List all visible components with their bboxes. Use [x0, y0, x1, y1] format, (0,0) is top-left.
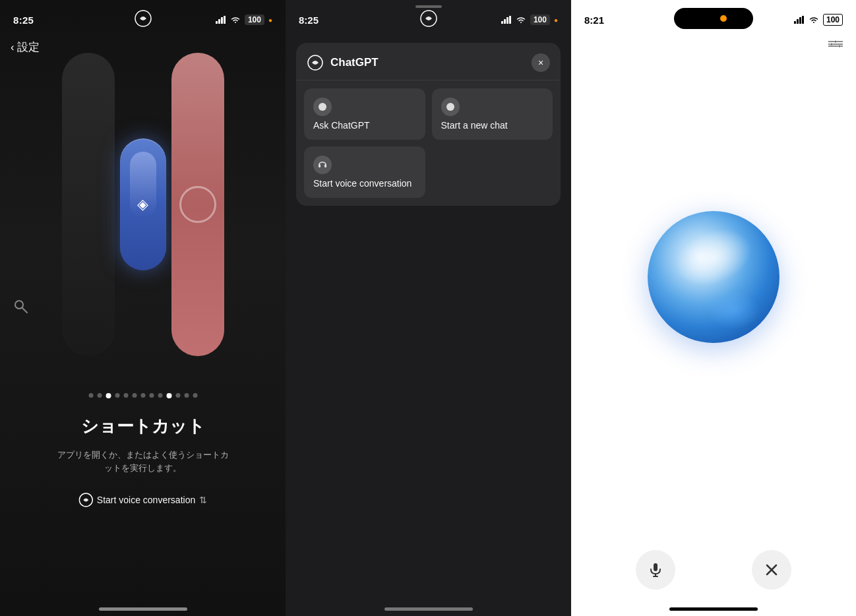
- close-icon: [764, 563, 779, 577]
- chatgpt-icon-action: [78, 493, 93, 507]
- wifi-icon-mid: [516, 16, 526, 24]
- bottom-sheet: ChatGPT × Ask ChatGPT: [296, 43, 561, 206]
- column-pink: [171, 53, 224, 356]
- filter-svg: [828, 37, 843, 51]
- svg-rect-1: [216, 21, 218, 24]
- action-text: Start voice conversation: [97, 495, 195, 505]
- svg-rect-18: [794, 21, 796, 24]
- svg-rect-19: [797, 19, 799, 24]
- dot-4: [115, 393, 119, 398]
- svg-rect-21: [802, 16, 804, 24]
- home-indicator-left: [99, 607, 187, 611]
- battery-right: 100: [823, 14, 843, 26]
- sheet-title: ChatGPT: [330, 56, 379, 69]
- dot-5: [123, 393, 128, 398]
- svg-line-6: [22, 308, 27, 313]
- svg-rect-20: [799, 17, 801, 24]
- svg-point-5: [15, 301, 23, 309]
- orb-container: [648, 211, 780, 343]
- svg-rect-16: [319, 164, 321, 168]
- time-left: 8:25: [13, 15, 34, 26]
- svg-rect-12: [509, 16, 511, 24]
- column-dark: [62, 53, 115, 356]
- status-bar-mid: 8:25 100 ●: [286, 0, 571, 32]
- sheet-header: ChatGPT ×: [296, 43, 561, 80]
- shortcut-action[interactable]: Start voice conversation ⇅: [78, 493, 207, 507]
- svg-point-22: [831, 44, 833, 46]
- back-label: 設定: [17, 40, 40, 55]
- battery-left: 100: [245, 15, 264, 25]
- microphone-button[interactable]: [636, 550, 675, 590]
- svg-point-14: [319, 103, 326, 111]
- svg-rect-31: [654, 563, 657, 571]
- dot-10: [166, 393, 171, 398]
- status-bar-right: 8:21 100: [571, 0, 856, 32]
- signal-icon-right: [794, 16, 805, 24]
- back-button[interactable]: ‹ 設定: [11, 40, 40, 55]
- time-right: 8:21: [584, 15, 604, 26]
- headphone-icon: [317, 160, 328, 170]
- chevron-up-down: ⇅: [199, 495, 207, 505]
- close-icon: ×: [538, 57, 543, 68]
- blue-capsule: ◈: [120, 139, 166, 270]
- charging-dot-left: ●: [268, 16, 272, 24]
- voice-icon: [313, 156, 332, 174]
- dot-9: [158, 393, 162, 398]
- ask-chatgpt-button[interactable]: Ask ChatGPT: [304, 88, 425, 140]
- svg-rect-3: [221, 17, 223, 24]
- dot-3: [106, 393, 111, 398]
- ask-label: Ask ChatGPT: [313, 120, 416, 131]
- svg-point-23: [835, 41, 837, 43]
- dot-6: [132, 393, 137, 398]
- wifi-icon-left: [230, 16, 241, 24]
- new-chat-label: Start a new chat: [441, 120, 544, 131]
- panel-mid: 8:25 100 ●: [286, 0, 571, 616]
- chatgpt-logo-mid: [419, 9, 438, 28]
- status-icons-right: 100: [794, 14, 843, 26]
- dot-11: [175, 393, 180, 398]
- svg-rect-11: [506, 17, 508, 24]
- svg-rect-17: [324, 164, 326, 168]
- time-mid: 8:25: [299, 15, 319, 26]
- voice-label: Start voice conversation: [313, 178, 416, 189]
- new-chat-button[interactable]: Start a new chat: [432, 88, 553, 140]
- dot-2: [97, 393, 102, 398]
- sheet-actions: Ask ChatGPT Start a new chat: [296, 80, 561, 206]
- battery-mid: 100: [530, 15, 550, 25]
- dot-8: [149, 393, 154, 398]
- dot-7: [140, 393, 145, 398]
- circle-icon: [317, 102, 328, 112]
- panel-right: 8:21 100: [571, 0, 856, 616]
- layers-icon: ◈: [137, 196, 148, 213]
- dot-1: [88, 393, 93, 398]
- new-chat-icon: [441, 98, 460, 116]
- voice-button[interactable]: Start voice conversation: [304, 146, 425, 198]
- home-indicator-mid: [384, 607, 473, 611]
- signal-icon-mid: [501, 16, 512, 24]
- microphone-icon: [648, 562, 663, 578]
- search-svg: [13, 299, 28, 313]
- svg-point-15: [446, 103, 454, 111]
- search-icon[interactable]: [13, 299, 28, 317]
- pagination-dots: [88, 393, 197, 398]
- wifi-icon-right: [809, 16, 819, 24]
- dot-13: [193, 393, 197, 398]
- svg-point-24: [839, 46, 841, 47]
- ask-icon: [313, 98, 332, 116]
- close-button[interactable]: [752, 550, 791, 590]
- home-indicator-right: [669, 607, 758, 611]
- chatgpt-sheet-icon: [307, 54, 324, 71]
- sheet-close-button[interactable]: ×: [532, 53, 550, 72]
- back-chevron: ‹: [11, 41, 15, 54]
- orb: [648, 211, 780, 343]
- circle-icon-2: [445, 102, 456, 112]
- panel-left: 8:25 100 ● ‹ 設定: [0, 0, 286, 616]
- filter-icon[interactable]: [828, 37, 843, 55]
- shortcut-description: アプリを開くか、またはよく使うショートカットを実行します。: [57, 448, 229, 474]
- signal-icon-left: [216, 16, 226, 24]
- svg-rect-4: [224, 16, 226, 24]
- svg-rect-10: [504, 19, 506, 24]
- svg-rect-9: [501, 21, 503, 24]
- status-bar-left: 8:25 100 ●: [0, 0, 286, 32]
- status-icons-left: 100 ●: [216, 15, 272, 25]
